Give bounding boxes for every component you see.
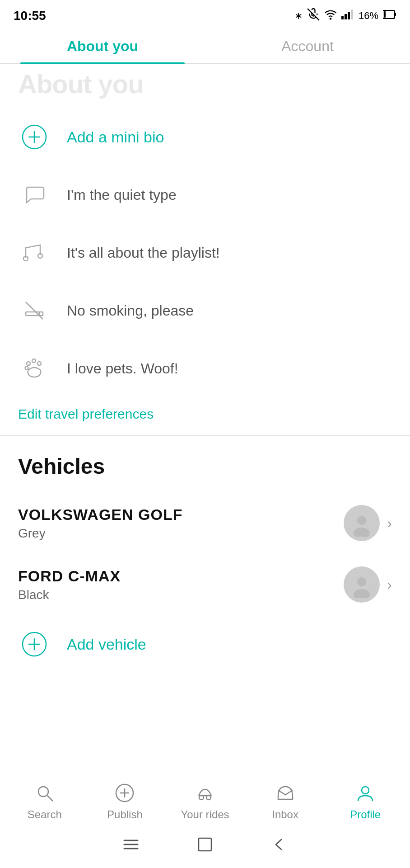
add-vehicle-label: Add vehicle xyxy=(67,636,146,653)
vehicle-right-vw: › xyxy=(344,505,392,541)
vehicle-name-ford: FORD C-MAX xyxy=(18,567,344,585)
svg-rect-4 xyxy=(348,12,350,19)
status-time: 10:55 xyxy=(14,9,46,23)
svg-rect-3 xyxy=(345,14,347,19)
vehicles-title: Vehicles xyxy=(18,454,392,479)
chat-icon xyxy=(18,179,51,211)
battery-indicator: 16% xyxy=(359,10,378,22)
vehicle-info-vw: VOLKSWAGEN GOLF Grey xyxy=(18,506,344,541)
vehicles-section: Vehicles VOLKSWAGEN GOLF Grey › FORD C-M… xyxy=(0,436,410,679)
svg-point-35 xyxy=(362,787,369,794)
vehicle-chevron-ford: › xyxy=(387,576,392,593)
svg-line-16 xyxy=(26,302,43,319)
svg-rect-8 xyxy=(384,11,386,18)
svg-point-18 xyxy=(32,359,36,363)
svg-point-28 xyxy=(38,787,48,797)
svg-point-22 xyxy=(354,528,370,537)
bottom-nav: Search Publish xyxy=(0,772,410,868)
faded-header-text: About you xyxy=(0,64,410,99)
content-area: Add a mini bio I'm the quiet type It's a… xyxy=(0,99,410,436)
pref-smoking-text: No smoking, please xyxy=(67,302,194,319)
svg-rect-2 xyxy=(341,16,344,19)
nav-tab-search-label: Search xyxy=(28,808,62,821)
add-bio-icon xyxy=(18,121,51,153)
vehicle-avatar-ford xyxy=(344,566,380,603)
android-menu-btn[interactable] xyxy=(121,835,141,854)
pref-pets-text: I love pets. Woof! xyxy=(67,360,178,377)
yourrides-nav-icon xyxy=(193,781,217,805)
pref-smoking[interactable]: No smoking, please xyxy=(18,282,392,340)
tab-header: About you Account xyxy=(0,28,410,64)
vehicle-chevron-vw: › xyxy=(387,515,392,532)
mute-icon xyxy=(307,8,320,24)
vehicle-info-ford: FORD C-MAX Black xyxy=(18,567,344,602)
nav-tab-inbox-label: Inbox xyxy=(272,808,298,821)
tab-account[interactable]: Account xyxy=(205,28,410,63)
nav-tabs: Search Publish xyxy=(0,772,410,826)
no-smoking-icon xyxy=(18,294,51,327)
nav-tab-yourrides-label: Your rides xyxy=(181,808,229,821)
status-icons: ∗ 16% xyxy=(294,8,396,24)
nav-tab-publish[interactable]: Publish xyxy=(85,781,165,821)
android-back-btn[interactable] xyxy=(269,835,289,854)
android-nav-bar xyxy=(0,826,410,868)
wifi-icon xyxy=(324,8,337,24)
pref-pets[interactable]: I love pets. Woof! xyxy=(18,340,392,397)
vehicle-color-ford: Black xyxy=(18,588,344,602)
publish-nav-icon xyxy=(113,781,136,805)
search-nav-icon xyxy=(33,781,56,805)
nav-tab-search[interactable]: Search xyxy=(5,781,85,821)
svg-rect-39 xyxy=(199,838,211,851)
nav-tab-yourrides[interactable]: Your rides xyxy=(165,781,245,821)
svg-line-29 xyxy=(47,796,53,801)
bluetooth-icon: ∗ xyxy=(294,10,303,22)
inbox-nav-icon xyxy=(274,781,297,805)
pref-music[interactable]: It's all about the playlist! xyxy=(18,224,392,282)
svg-rect-7 xyxy=(395,13,396,16)
vehicle-avatar-vw xyxy=(344,505,380,541)
battery-icon xyxy=(383,9,396,22)
nav-tab-profile-label: Profile xyxy=(350,808,381,821)
vehicle-item-ford[interactable]: FORD C-MAX Black › xyxy=(18,554,392,615)
add-vehicle-item[interactable]: Add vehicle xyxy=(18,615,392,679)
music-icon xyxy=(18,236,51,269)
svg-point-24 xyxy=(354,589,370,598)
tab-about-you[interactable]: About you xyxy=(0,28,205,63)
add-vehicle-icon xyxy=(18,628,51,660)
pets-icon xyxy=(18,352,51,385)
vehicle-right-ford: › xyxy=(344,566,392,603)
svg-point-23 xyxy=(357,577,366,586)
profile-nav-icon xyxy=(354,781,377,805)
svg-point-20 xyxy=(25,367,28,370)
signal-icon xyxy=(341,9,354,22)
svg-point-21 xyxy=(357,516,366,525)
svg-point-19 xyxy=(37,362,41,365)
vehicle-color-vw: Grey xyxy=(18,526,344,541)
vehicle-item-vw[interactable]: VOLKSWAGEN GOLF Grey › xyxy=(18,492,392,554)
svg-rect-15 xyxy=(39,312,43,316)
pref-quiet[interactable]: I'm the quiet type xyxy=(18,166,392,224)
android-home-btn[interactable] xyxy=(195,835,215,854)
edit-travel-prefs[interactable]: Edit travel preferences xyxy=(18,397,392,435)
pref-music-text: It's all about the playlist! xyxy=(67,245,220,261)
svg-rect-5 xyxy=(351,9,353,19)
nav-tab-profile[interactable]: Profile xyxy=(325,781,405,821)
nav-tab-inbox[interactable]: Inbox xyxy=(245,781,326,821)
add-bio-item[interactable]: Add a mini bio xyxy=(18,108,392,166)
status-bar: 10:55 ∗ xyxy=(0,0,410,28)
svg-point-17 xyxy=(27,362,30,365)
add-bio-label: Add a mini bio xyxy=(67,128,164,146)
svg-point-1 xyxy=(330,18,331,19)
pref-quiet-text: I'm the quiet type xyxy=(67,187,177,203)
nav-tab-publish-label: Publish xyxy=(107,808,143,821)
vehicle-name-vw: VOLKSWAGEN GOLF xyxy=(18,506,344,524)
